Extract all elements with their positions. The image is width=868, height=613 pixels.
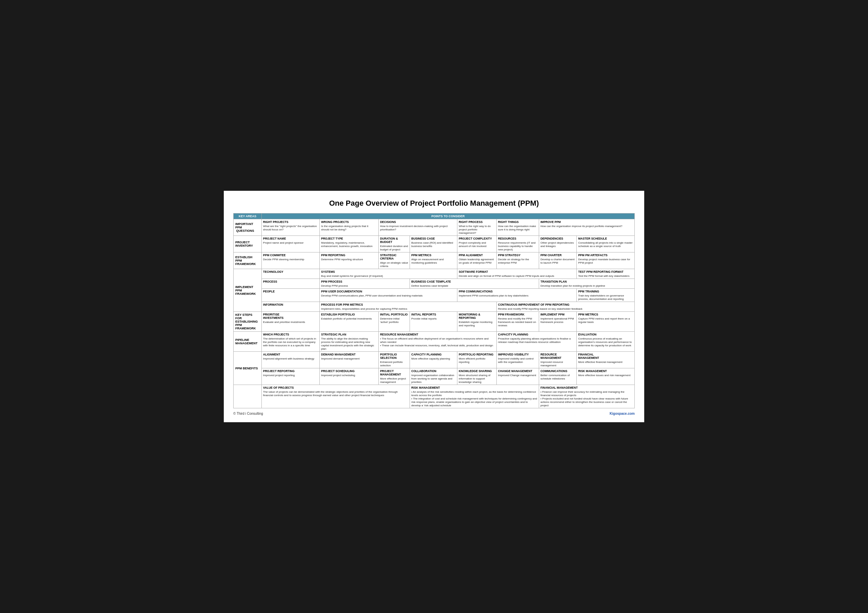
- cell-ppm-process: PPM PROCESS Develop PPM process: [320, 279, 410, 289]
- page-container: One Page Overview of Project Portfolio M…: [224, 191, 644, 422]
- cell-ppm-metrics-steps: PPM METRICS Capture PPM metrics and repo…: [577, 312, 635, 332]
- cell-right-things: RIGHT THINGS How can the organisation ma…: [496, 219, 539, 236]
- cell-ppm-charter: PPM CHARTER Develop a charter document t…: [539, 252, 577, 269]
- cell-improved-visibility: IMPROVED VISIBILITY Improved visibility …: [496, 352, 539, 368]
- table-row-establish-ppm: ESTABLISH PPMFRAMEWORK PPM COMMITEE Deci…: [234, 252, 635, 269]
- cell-transition-plan: TRANSITION PLAN Develop transition plan …: [539, 279, 634, 289]
- table-row-value: VALUE OF PROJECTS The value of projects …: [234, 385, 635, 408]
- cell-initial-portfolio: INITIAL PORTFOLIO Determine initial 'act…: [378, 312, 409, 332]
- cell-ppm-communications: PPM COMMUNICATIONS Implement PPM communi…: [457, 289, 577, 302]
- col-header-points: POINTS TO CONSIDER: [261, 214, 634, 219]
- cell-which-projects: WHICH PROJECTS The determination of whic…: [261, 332, 319, 352]
- cell-strategic-plan: STRATEGIC PLAN The ability to align the …: [320, 332, 379, 352]
- table-row-ppm-benefits-2: PROJECT REPORTING Improved project repor…: [234, 368, 635, 385]
- cell-ppm-metrics-establish: PPM METRICS Align on measurement and mon…: [410, 252, 457, 269]
- cell-ppm-reporting: PPM REPORTING Determine PPM reporting st…: [320, 252, 379, 269]
- cell-people-label: PEOPLE: [261, 289, 319, 302]
- table-row-technology: IMPLEMENT PPMFRAMEWORK TECHNOLOGY SYSTEM…: [234, 269, 635, 279]
- cell-establish-portfolio: ESTABLISH PORTFOLIO Establish portfolio …: [320, 312, 379, 332]
- cell-resource-management-pipeline: RESOURCE MANAGEMENT • The focus on effic…: [378, 332, 496, 352]
- cell-project-name: PROJECT NAME Project name and project sp…: [261, 236, 319, 252]
- cell-monitoring-reporting: MONITORING &REPORTING Establish regular …: [457, 312, 496, 332]
- cell-project-scheduling: PROJECT SCHEDULING Improved project sche…: [320, 368, 379, 385]
- row-label-implement-ppm: IMPLEMENT PPMFRAMEWORK: [234, 269, 262, 312]
- cell-ppm-artefacts: PPM PM ARTEFACTS Develop project mandate…: [577, 252, 635, 269]
- cell-collaboration: COLLABORATION Improved organisation coll…: [410, 368, 457, 385]
- row-label-pipeline: PIPELINEMANAGEMENT: [234, 332, 262, 352]
- cell-decisions: DECISIONS How to improve investment deci…: [378, 219, 457, 236]
- cell-knowledge-sharing: KNOWLEDGE SHARING More structured sharin…: [457, 368, 496, 385]
- cell-demand-management: DEMAND MANAGEMENT Improved demand manage…: [320, 352, 379, 368]
- table-row-key-steps: KEY STEPS FORESTABLISHINGPPM FRAMEWORK P…: [234, 312, 635, 332]
- main-table: KEY AREAS POINTS TO CONSIDER IMPORTANTPP…: [233, 213, 635, 408]
- footer-copyright: © Third i Consulting: [233, 412, 263, 415]
- footer-link: Kigospace.com: [610, 412, 635, 415]
- cell-communications-benefits: COMMUNICATIONS Better communication of s…: [539, 368, 577, 385]
- cell-business-case: BUSINESS CASE Business case (ROI) and id…: [410, 236, 457, 252]
- cell-resource-management-benefits: RESOURCEMANAGEMENT Improved resource man…: [539, 352, 577, 368]
- table-row-people: PEOPLE PPM USER DOCUMENTATION Develop PP…: [234, 289, 635, 302]
- cell-initial-reports: INITIAL REPORTS Provide initial reports: [410, 312, 457, 332]
- cell-ppm-framework-steps: PPM FRAMEWORK Review and modify the PPM …: [496, 312, 539, 332]
- cell-project-type: PROJECT TYPE Mandatory, regulatory, main…: [320, 236, 379, 252]
- cell-empty-value-label: [234, 385, 262, 408]
- cell-dependencies: DEPENDENCIES Other project dependencies …: [539, 236, 577, 252]
- cell-portfolio-reporting: PORTFOLIO REPORTING More efficient portf…: [457, 352, 496, 368]
- cell-process-ppm-metrics: PROCESS FOR PPM METRICS Implement roles,…: [320, 302, 497, 312]
- cell-project-management-benefits: PROJECTMANAGEMENT More effective project…: [378, 368, 409, 385]
- cell-portfolio-selection: PORTFOLIO SELECTION Enhanced portfolio s…: [378, 352, 409, 368]
- cell-evaluation: EVALUATION Continuous process of evaluat…: [577, 332, 635, 352]
- cell-risk-management-final: RISK MANAGEMENT • An analysis of the ris…: [410, 385, 539, 408]
- cell-resources: RESOURCES Resource requirements (IT and …: [496, 236, 539, 252]
- cell-right-projects: RIGHT PROJECTS What are the "right proje…: [261, 219, 319, 236]
- cell-prioritise-investments: PRIORITISEINVESTMENTS Evaluate and prior…: [261, 312, 319, 332]
- header-row: KEY AREAS POINTS TO CONSIDER: [234, 214, 635, 219]
- table-row-ppm-benefits-1: PPM BENEFITS ALIGNMENT Improved alignmen…: [234, 352, 635, 368]
- cell-project-reporting: PROJECT REPORTING Improved project repor…: [261, 368, 319, 385]
- cell-business-case-template: BUSINESS CASE TEMPLATE Define business c…: [410, 279, 539, 289]
- cell-systems: SYSTEMS Buy and install systems for gove…: [320, 269, 457, 279]
- cell-ppm-training: PPM TRAINING Train key stakeholders on g…: [577, 289, 635, 302]
- cell-ppm-alignment: PPM ALIGNMENT Obtain leadership agreemen…: [457, 252, 496, 269]
- cell-financial-management-final: FINANCIAL MANAGEMENT • Finance can impro…: [539, 385, 634, 408]
- cell-wrong-projects: WRONG PROJECTS Is the organisation doing…: [320, 219, 379, 236]
- cell-continuous-improvement: CONTINUOUS IMPROVEMENT OF PPM REPORTING …: [496, 302, 634, 312]
- cell-test-ppm-format: TEST PPM REPORTING FORMAT Test the PPM f…: [577, 269, 635, 279]
- cell-strategic-criteria: STRATEGIC CRITERIA Align on strategic va…: [378, 252, 409, 269]
- cell-information-label: INFORMATION: [261, 302, 319, 312]
- cell-software-format: SOFTWARE FORMAT Decide and align on form…: [457, 269, 577, 279]
- cell-technology-label: TECHNOLOGY: [261, 269, 319, 279]
- cell-alignment: ALIGNMENT Improved alignment with busine…: [261, 352, 319, 368]
- cell-value-of-projects: VALUE OF PROJECTS The value of projects …: [261, 385, 409, 408]
- cell-capacity-planning-benefits: CAPACITY PLANNING More effective capacit…: [410, 352, 457, 368]
- row-label-key-steps: KEY STEPS FORESTABLISHINGPPM FRAMEWORK: [234, 312, 262, 332]
- cell-improve-ppm: IMPROVE PPM How can the organisation imp…: [539, 219, 634, 236]
- cell-ppm-committee: PPM COMMITEE Decide PPM steering members…: [261, 252, 319, 269]
- table-row-process: PROCESS PPM PROCESS Develop PPM process …: [234, 279, 635, 289]
- cell-process-label: PROCESS: [261, 279, 319, 289]
- cell-duration-budget: DURATION & BUDGET Estimated duration and…: [378, 236, 409, 252]
- cell-master-schedule: MASTER SCHEDULE Consolidating all projec…: [577, 236, 635, 252]
- cell-ppm-user-doc: PPM USER DOCUMENTATION Develop PPM commu…: [320, 289, 457, 302]
- cell-ppm-strategy: PPM STRATEGY Decide on strategy for the …: [496, 252, 539, 269]
- table-row-important-ppm: IMPORTANTPPM QUESTIONS RIGHT PROJECTS Wh…: [234, 219, 635, 236]
- row-label-ppm-benefits: PPM BENEFITS: [234, 352, 262, 385]
- col-header-key-areas: KEY AREAS: [234, 214, 262, 219]
- page-title: One Page Overview of Project Portfolio M…: [233, 199, 635, 208]
- cell-change-management: CHANGE MANAGEMENT Improved Change manage…: [496, 368, 539, 385]
- cell-financial-management-benefits: FINANCIALMANAGEMENT More effective finan…: [577, 352, 635, 368]
- row-label-establish-ppm: ESTABLISH PPMFRAMEWORK: [234, 252, 262, 269]
- cell-right-process: RIGHT PROCESS What is the right way to d…: [457, 219, 496, 236]
- table-row-information: INFORMATION PROCESS FOR PPM METRICS Impl…: [234, 302, 635, 312]
- row-label-important-ppm: IMPORTANTPPM QUESTIONS: [234, 219, 262, 236]
- page-footer: © Third i Consulting Kigospace.com: [233, 412, 635, 415]
- cell-risk-management-benefits: RISK MANAGEMENT More effective issues an…: [577, 368, 635, 385]
- cell-capacity-planning-pipeline: CAPACITY PLANNING Proactive capacity pla…: [496, 332, 577, 352]
- cell-implement-ppm-steps: IMPLEMENT PPM Implement operational PPM …: [539, 312, 577, 332]
- cell-project-complexity: PROJECT COMPLEXITY Project complexity an…: [457, 236, 496, 252]
- table-row-project-inventory: PROJECTINVENTORY PROJECT NAME Project na…: [234, 236, 635, 252]
- table-row-pipeline: PIPELINEMANAGEMENT WHICH PROJECTS The de…: [234, 332, 635, 352]
- row-label-project-inventory: PROJECTINVENTORY: [234, 236, 262, 252]
